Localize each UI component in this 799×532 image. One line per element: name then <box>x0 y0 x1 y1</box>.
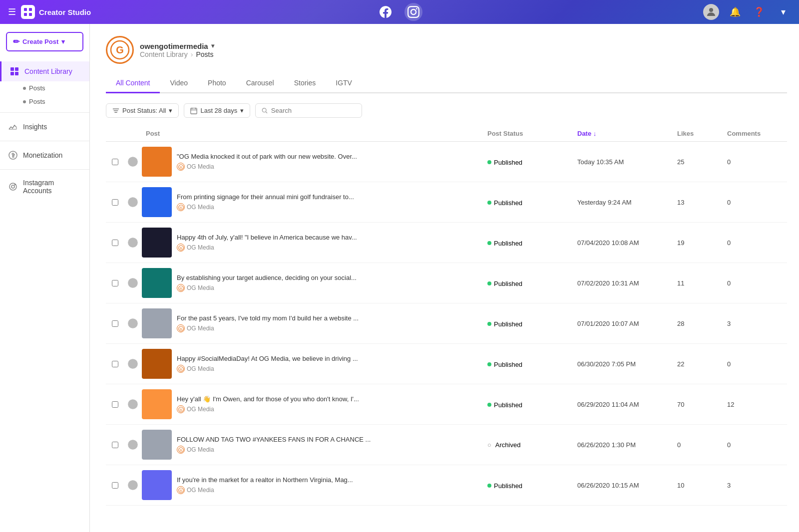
notifications-btn[interactable]: 🔔 <box>727 4 743 20</box>
row-status: Published <box>487 157 577 166</box>
account-menu-btn[interactable]: ▾ <box>775 4 791 20</box>
row-checkbox-wrap[interactable] <box>106 482 124 489</box>
nav-center <box>377 3 422 21</box>
row-avatar <box>124 439 142 450</box>
top-nav: ☰ Creator Studio <box>0 0 799 24</box>
post-title[interactable]: For the past 5 years, I've told my mom I… <box>177 314 359 323</box>
sub-dot-icon <box>23 87 26 90</box>
search-input[interactable] <box>271 107 356 114</box>
hamburger-icon[interactable]: ☰ <box>8 6 16 17</box>
post-page: G OG Media <box>177 365 358 373</box>
create-post-label: Create Post <box>22 38 58 45</box>
app-body: ✏ Create Post ▾ Content Library Posts Po… <box>0 24 799 532</box>
published-dot <box>487 160 491 164</box>
row-checkbox[interactable] <box>112 159 118 165</box>
og-logo-small: G <box>178 164 184 170</box>
published-dot <box>487 201 491 205</box>
row-checkbox[interactable] <box>112 401 118 408</box>
sidebar-item-insights[interactable]: Insights <box>0 117 89 137</box>
tab-all-content[interactable]: All Content <box>106 74 160 93</box>
svg-text:G: G <box>180 408 182 411</box>
post-page-name: OG Media <box>187 446 214 453</box>
row-avatar <box>124 156 142 167</box>
facebook-icon <box>380 6 392 18</box>
og-logo-small: G <box>178 488 184 493</box>
row-checkbox[interactable] <box>112 320 118 327</box>
status-badge: Published <box>487 320 522 328</box>
date-range-filter[interactable]: Last 28 days ▾ <box>184 103 250 118</box>
brand-name: Creator Studio <box>39 8 91 16</box>
post-title[interactable]: If you're in the market for a realtor in… <box>177 476 353 485</box>
instagram-platform-btn[interactable] <box>404 3 422 21</box>
row-checkbox[interactable] <box>112 361 118 367</box>
post-page-name: OG Media <box>187 487 214 494</box>
og-logo-small: G <box>178 447 184 453</box>
account-name[interactable]: owengotimermedia ▾ <box>140 42 214 50</box>
post-title[interactable]: Happy #SocialMediaDay! At OG Media, we b… <box>177 355 358 363</box>
row-likes: 0 <box>677 441 727 449</box>
svg-point-12 <box>14 184 15 185</box>
svg-text:G: G <box>180 327 182 330</box>
og-logo-small: G <box>178 366 184 372</box>
row-post-content: For the past 5 years, I've told my mom I… <box>142 308 487 338</box>
row-checkbox-wrap[interactable] <box>106 442 124 448</box>
facebook-platform-btn[interactable] <box>377 3 395 21</box>
og-logo-small: G <box>178 326 184 331</box>
row-checkbox[interactable] <box>112 442 118 448</box>
sidebar-sub-posts[interactable]: Posts <box>0 81 89 95</box>
svg-point-45 <box>131 361 134 364</box>
row-checkbox-wrap[interactable] <box>106 361 124 367</box>
row-comments: 0 <box>727 360 787 368</box>
post-page-logo: G <box>177 405 185 413</box>
tab-carousel[interactable]: Carousel <box>236 74 284 93</box>
status-label: Published <box>494 361 522 368</box>
post-page: G OG Media <box>177 446 371 454</box>
header-date[interactable]: Date ↓ <box>577 130 677 137</box>
post-title[interactable]: From printing signage for their annual m… <box>177 193 354 202</box>
search-input-wrap[interactable] <box>255 103 362 118</box>
sidebar-item-monetization[interactable]: Monetization <box>0 145 89 165</box>
help-btn[interactable]: ❓ <box>751 4 767 20</box>
row-checkbox-wrap[interactable] <box>106 199 124 206</box>
row-checkbox-wrap[interactable] <box>106 320 124 327</box>
row-post-content: Hey y'all 👋 I'm Owen, and for those of y… <box>142 389 487 419</box>
sub-posts2-label: Posts <box>29 98 45 105</box>
nav-right: 🔔 ❓ ▾ <box>703 4 791 20</box>
tab-photo[interactable]: Photo <box>198 74 236 93</box>
create-post-button[interactable]: ✏ Create Post ▾ <box>6 32 83 51</box>
svg-rect-18 <box>191 108 197 113</box>
tab-igtv[interactable]: IGTV <box>326 74 362 93</box>
tab-stories[interactable]: Stories <box>284 74 326 93</box>
post-status-filter[interactable]: Post Status: All ▾ <box>106 103 179 118</box>
svg-text:G: G <box>180 206 182 209</box>
row-checkbox-wrap[interactable] <box>106 280 124 286</box>
row-avatar <box>124 197 142 208</box>
tab-video[interactable]: Video <box>160 74 198 93</box>
row-checkbox-wrap[interactable] <box>106 401 124 408</box>
row-status: Published <box>487 481 577 490</box>
sidebar-item-instagram-accounts[interactable]: Instagram Accounts <box>0 174 89 200</box>
post-title[interactable]: Happy 4th of July, y'all! "I believe in … <box>177 234 357 242</box>
breadcrumb-parent[interactable]: Content Library <box>140 50 188 58</box>
person-circle-icon <box>127 439 138 450</box>
post-title[interactable]: Hey y'all 👋 I'm Owen, and for those of y… <box>177 395 359 404</box>
row-status: Published <box>487 319 577 328</box>
sidebar-sub-posts2[interactable]: Posts <box>0 95 89 108</box>
table-row: "OG Media knocked it out of park with ou… <box>106 142 787 182</box>
sidebar-item-content-library[interactable]: Content Library <box>0 61 89 81</box>
table-row: Happy 4th of July, y'all! "I believe in … <box>106 223 787 263</box>
post-page-logo: G <box>177 244 185 252</box>
row-checkbox[interactable] <box>112 240 118 246</box>
user-avatar[interactable] <box>703 4 719 20</box>
row-checkbox-wrap[interactable] <box>106 159 124 165</box>
post-title[interactable]: "OG Media knocked it out of park with ou… <box>177 153 357 161</box>
post-title[interactable]: FOLLOW AND TAG TWO #YANKEES FANS IN FOR … <box>177 436 371 444</box>
post-title[interactable]: By establishing your target audience, de… <box>177 274 357 282</box>
row-checkbox[interactable] <box>112 280 118 286</box>
row-checkbox[interactable] <box>112 482 118 489</box>
row-checkbox[interactable] <box>112 199 118 206</box>
svg-text:G: G <box>180 368 182 371</box>
svg-point-49 <box>131 402 134 405</box>
row-checkbox-wrap[interactable] <box>106 240 124 246</box>
person-circle-icon <box>127 480 138 491</box>
